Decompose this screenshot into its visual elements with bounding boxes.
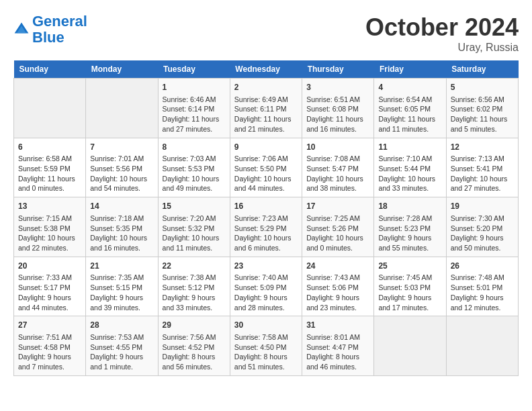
day-info: Sunrise: 6:51 AM Sunset: 6:08 PM Dayligh…: [306, 95, 363, 133]
calendar-cell: 28Sunrise: 7:53 AM Sunset: 4:55 PM Dayli…: [86, 316, 158, 376]
day-number: 21: [90, 261, 153, 272]
calendar-cell: 1Sunrise: 6:46 AM Sunset: 6:14 PM Daylig…: [158, 79, 230, 138]
day-number: 2: [234, 82, 298, 93]
calendar-cell: [86, 79, 158, 138]
day-info: Sunrise: 7:25 AM Sunset: 5:26 PM Dayligh…: [306, 214, 363, 252]
day-number: 18: [378, 201, 441, 212]
day-info: Sunrise: 7:53 AM Sunset: 4:55 PM Dayligh…: [90, 333, 144, 371]
calendar-cell: 17Sunrise: 7:25 AM Sunset: 5:26 PM Dayli…: [302, 197, 374, 257]
day-number: 3: [306, 82, 369, 93]
day-info: Sunrise: 7:38 AM Sunset: 5:12 PM Dayligh…: [163, 273, 216, 311]
day-info: Sunrise: 6:49 AM Sunset: 6:11 PM Dayligh…: [234, 95, 292, 133]
day-number: 7: [90, 142, 153, 153]
calendar-cell: 15Sunrise: 7:20 AM Sunset: 5:32 PM Dayli…: [158, 197, 230, 257]
calendar-cell: 6Sunrise: 6:58 AM Sunset: 5:59 PM Daylig…: [14, 138, 86, 197]
day-info: Sunrise: 7:58 AM Sunset: 4:50 PM Dayligh…: [234, 333, 288, 371]
calendar-cell: 10Sunrise: 7:08 AM Sunset: 5:47 PM Dayli…: [302, 138, 374, 197]
day-info: Sunrise: 7:28 AM Sunset: 5:23 PM Dayligh…: [378, 214, 432, 252]
day-info: Sunrise: 7:48 AM Sunset: 5:01 PM Dayligh…: [451, 273, 504, 311]
weekday-header: Saturday: [446, 60, 518, 79]
day-number: 1: [163, 82, 226, 93]
calendar-cell: 20Sunrise: 7:33 AM Sunset: 5:17 PM Dayli…: [14, 257, 86, 316]
day-number: 19: [451, 201, 514, 212]
calendar-cell: 16Sunrise: 7:23 AM Sunset: 5:29 PM Dayli…: [230, 197, 302, 257]
day-info: Sunrise: 7:23 AM Sunset: 5:29 PM Dayligh…: [234, 214, 292, 252]
day-info: Sunrise: 7:43 AM Sunset: 5:06 PM Dayligh…: [306, 273, 360, 311]
calendar-cell: [446, 316, 518, 376]
day-info: Sunrise: 7:06 AM Sunset: 5:50 PM Dayligh…: [234, 154, 292, 192]
logo: GeneralBlue: [13, 13, 87, 46]
calendar-cell: 12Sunrise: 7:13 AM Sunset: 5:41 PM Dayli…: [446, 138, 518, 197]
day-info: Sunrise: 7:56 AM Sunset: 4:52 PM Dayligh…: [163, 333, 216, 371]
calendar-cell: 18Sunrise: 7:28 AM Sunset: 5:23 PM Dayli…: [374, 197, 446, 257]
weekday-header: Sunday: [14, 60, 86, 79]
day-number: 13: [18, 201, 81, 212]
calendar-body: 1Sunrise: 6:46 AM Sunset: 6:14 PM Daylig…: [14, 79, 519, 376]
calendar-table: SundayMondayTuesdayWednesdayThursdayFrid…: [13, 60, 519, 376]
day-info: Sunrise: 7:08 AM Sunset: 5:47 PM Dayligh…: [306, 154, 363, 192]
weekday-row: SundayMondayTuesdayWednesdayThursdayFrid…: [14, 60, 519, 79]
day-number: 20: [18, 261, 81, 272]
day-info: Sunrise: 6:58 AM Sunset: 5:59 PM Dayligh…: [18, 154, 75, 192]
day-number: 17: [306, 201, 369, 212]
calendar-week: 13Sunrise: 7:15 AM Sunset: 5:38 PM Dayli…: [14, 197, 519, 257]
day-info: Sunrise: 7:51 AM Sunset: 4:58 PM Dayligh…: [18, 333, 72, 371]
day-number: 15: [163, 201, 226, 212]
calendar-cell: 8Sunrise: 7:03 AM Sunset: 5:53 PM Daylig…: [158, 138, 230, 197]
day-number: 27: [18, 320, 81, 331]
calendar-week: 6Sunrise: 6:58 AM Sunset: 5:59 PM Daylig…: [14, 138, 519, 197]
day-number: 23: [234, 261, 298, 272]
calendar-cell: 22Sunrise: 7:38 AM Sunset: 5:12 PM Dayli…: [158, 257, 230, 316]
day-number: 26: [451, 261, 514, 272]
day-number: 30: [234, 320, 298, 331]
calendar-cell: 30Sunrise: 7:58 AM Sunset: 4:50 PM Dayli…: [230, 316, 302, 376]
day-info: Sunrise: 7:18 AM Sunset: 5:35 PM Dayligh…: [90, 214, 147, 252]
weekday-header: Monday: [86, 60, 158, 79]
calendar-cell: 11Sunrise: 7:10 AM Sunset: 5:44 PM Dayli…: [374, 138, 446, 197]
day-number: 9: [234, 142, 298, 153]
weekday-header: Friday: [374, 60, 446, 79]
day-number: 25: [378, 261, 441, 272]
day-info: Sunrise: 7:13 AM Sunset: 5:41 PM Dayligh…: [451, 154, 508, 192]
day-info: Sunrise: 7:45 AM Sunset: 5:03 PM Dayligh…: [378, 273, 432, 311]
day-number: 28: [90, 320, 153, 331]
calendar-cell: 13Sunrise: 7:15 AM Sunset: 5:38 PM Dayli…: [14, 197, 86, 257]
day-info: Sunrise: 7:35 AM Sunset: 5:15 PM Dayligh…: [90, 273, 144, 311]
calendar-cell: 26Sunrise: 7:48 AM Sunset: 5:01 PM Dayli…: [446, 257, 518, 316]
weekday-header: Thursday: [302, 60, 374, 79]
day-info: Sunrise: 7:10 AM Sunset: 5:44 PM Dayligh…: [378, 154, 435, 192]
day-info: Sunrise: 7:40 AM Sunset: 5:09 PM Dayligh…: [234, 273, 288, 311]
calendar-cell: 5Sunrise: 6:56 AM Sunset: 6:02 PM Daylig…: [446, 79, 518, 138]
calendar-cell: [14, 79, 86, 138]
day-number: 22: [163, 261, 226, 272]
calendar-cell: 25Sunrise: 7:45 AM Sunset: 5:03 PM Dayli…: [374, 257, 446, 316]
day-info: Sunrise: 7:20 AM Sunset: 5:32 PM Dayligh…: [163, 214, 220, 252]
calendar-cell: 3Sunrise: 6:51 AM Sunset: 6:08 PM Daylig…: [302, 79, 374, 138]
day-number: 10: [306, 142, 369, 153]
day-info: Sunrise: 7:30 AM Sunset: 5:20 PM Dayligh…: [451, 214, 504, 252]
day-info: Sunrise: 8:01 AM Sunset: 4:47 PM Dayligh…: [306, 333, 360, 371]
calendar-cell: 2Sunrise: 6:49 AM Sunset: 6:11 PM Daylig…: [230, 79, 302, 138]
calendar-cell: 21Sunrise: 7:35 AM Sunset: 5:15 PM Dayli…: [86, 257, 158, 316]
day-number: 8: [163, 142, 226, 153]
day-number: 6: [18, 142, 81, 153]
day-info: Sunrise: 7:33 AM Sunset: 5:17 PM Dayligh…: [18, 273, 72, 311]
weekday-header: Tuesday: [158, 60, 230, 79]
day-number: 29: [163, 320, 226, 331]
day-info: Sunrise: 6:46 AM Sunset: 6:14 PM Dayligh…: [163, 95, 220, 133]
calendar-cell: 4Sunrise: 6:54 AM Sunset: 6:05 PM Daylig…: [374, 79, 446, 138]
day-info: Sunrise: 7:15 AM Sunset: 5:38 PM Dayligh…: [18, 214, 75, 252]
calendar-cell: 9Sunrise: 7:06 AM Sunset: 5:50 PM Daylig…: [230, 138, 302, 197]
calendar-cell: 27Sunrise: 7:51 AM Sunset: 4:58 PM Dayli…: [14, 316, 86, 376]
calendar-cell: 14Sunrise: 7:18 AM Sunset: 5:35 PM Dayli…: [86, 197, 158, 257]
header: GeneralBlue October 2024 Uray, Russia: [13, 13, 519, 54]
day-number: 16: [234, 201, 298, 212]
calendar-cell: 23Sunrise: 7:40 AM Sunset: 5:09 PM Dayli…: [230, 257, 302, 316]
day-info: Sunrise: 7:03 AM Sunset: 5:53 PM Dayligh…: [163, 154, 220, 192]
calendar-cell: 19Sunrise: 7:30 AM Sunset: 5:20 PM Dayli…: [446, 197, 518, 257]
day-number: 14: [90, 201, 153, 212]
calendar-cell: 7Sunrise: 7:01 AM Sunset: 5:56 PM Daylig…: [86, 138, 158, 197]
calendar-cell: [374, 316, 446, 376]
calendar-header: SundayMondayTuesdayWednesdayThursdayFrid…: [14, 60, 519, 79]
calendar-week: 1Sunrise: 6:46 AM Sunset: 6:14 PM Daylig…: [14, 79, 519, 138]
